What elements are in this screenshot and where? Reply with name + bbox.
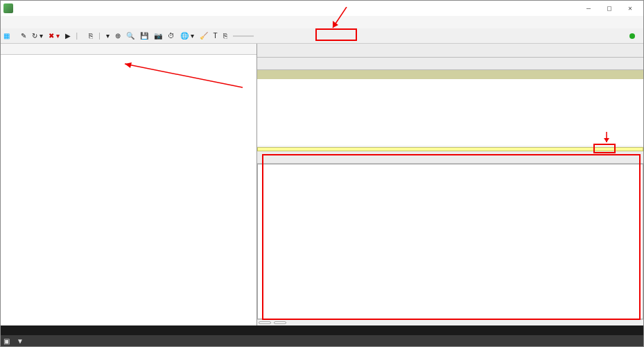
toolbar-go[interactable]: ▶	[65, 32, 71, 40]
close-button[interactable]: ✕	[620, 1, 641, 15]
toolbar: ▦ ✎ ↻ ▾ ✖ ▾ ▶ | ⎘ | ▾ ⊕ 🔍 💾 📷 ⏱ 🌐 ▾ 🧹 T …	[1, 28, 643, 44]
minimize-button[interactable]: —	[578, 1, 599, 15]
sessions-pane	[1, 44, 257, 325]
response-subtabs	[257, 151, 643, 164]
collapse-button[interactable]	[274, 321, 286, 324]
json-tree[interactable]	[257, 164, 643, 319]
request-headers-title	[257, 70, 643, 79]
inspector-tabs	[257, 44, 643, 58]
toolbar-comment[interactable]: ✎	[21, 32, 26, 40]
request-subtabs	[257, 58, 643, 70]
status-bar: ▣ ▼	[1, 335, 643, 346]
request-headers-body[interactable]	[257, 79, 643, 146]
toolbar-textwizard[interactable]: T	[214, 32, 218, 40]
quickexec-bar[interactable]	[1, 325, 643, 335]
maximize-button[interactable]: □	[599, 1, 620, 15]
toolbar-keep[interactable]: ▾	[106, 32, 110, 40]
toolbar-clearcache[interactable]: 🧹	[200, 32, 208, 40]
status-processes[interactable]: ▼	[17, 337, 24, 345]
expand-all-button[interactable]	[259, 321, 271, 324]
app-logo	[3, 3, 13, 13]
toolbar-timer-icon[interactable]: ⏱	[168, 32, 175, 40]
status-capturing[interactable]: ▣	[3, 337, 10, 345]
menubar	[1, 16, 643, 28]
toolbar-save[interactable]: 💾	[140, 32, 148, 40]
toolbar-replay[interactable]: ↻ ▾	[32, 32, 43, 40]
toolbar-msdn[interactable]	[233, 35, 254, 37]
json-buttons	[257, 319, 643, 325]
toolbar-tearoff[interactable]: ⎘	[223, 32, 227, 40]
toolbar-find[interactable]: 🔍	[126, 32, 134, 40]
toolbar-anyprocess[interactable]: ⊕	[115, 32, 121, 40]
toolbar-online-status	[629, 33, 635, 39]
toolbar-remove[interactable]: ✖ ▾	[49, 32, 60, 40]
toolbar-decode[interactable]: ⎘	[89, 32, 93, 40]
toolbar-browse[interactable]: 🌐 ▾	[180, 32, 194, 40]
titlebar: — □ ✕	[1, 1, 643, 16]
grid-header	[1, 44, 256, 55]
toolbar-screenshot-icon[interactable]: 📷	[154, 32, 162, 40]
grid-body[interactable]	[1, 55, 256, 325]
